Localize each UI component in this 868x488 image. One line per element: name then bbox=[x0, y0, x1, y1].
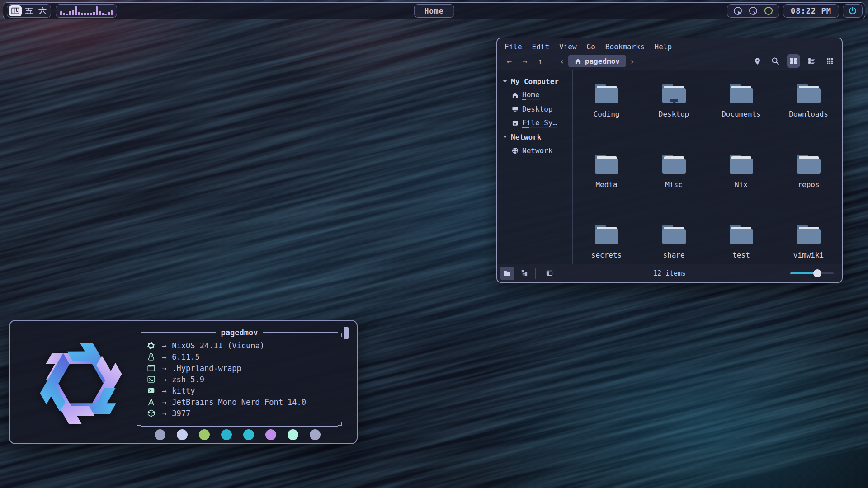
fetch-rows: → NixOS 24.11 (Vicuna) → 6.11.5 bbox=[137, 337, 342, 422]
active-window-module[interactable]: Home bbox=[414, 4, 454, 18]
menu-help[interactable]: Help bbox=[655, 42, 672, 51]
section-label: My Computer bbox=[511, 77, 559, 86]
sidebar-item-desktop[interactable]: Desktop bbox=[502, 102, 572, 116]
visualizer-bar bbox=[111, 10, 113, 15]
arrow-icon: → bbox=[162, 352, 166, 361]
frame-line bbox=[263, 332, 338, 333]
disk-usage-icon bbox=[733, 6, 743, 16]
system-usage-module bbox=[727, 4, 779, 18]
visualizer-bar bbox=[99, 11, 101, 15]
menu-file[interactable]: File bbox=[505, 42, 522, 51]
frame-corner bbox=[137, 333, 141, 337]
power-button[interactable] bbox=[843, 4, 863, 18]
font-icon bbox=[146, 398, 156, 406]
item-count-label: 12 items bbox=[653, 269, 686, 277]
arrow-icon: → bbox=[162, 386, 166, 395]
crumb-prev-button[interactable]: ‹ bbox=[557, 56, 567, 66]
fetch-row-packages: → 3977 bbox=[146, 408, 342, 419]
shell-prompt-icon bbox=[146, 375, 156, 384]
toolbar-right bbox=[750, 54, 836, 68]
search-button[interactable] bbox=[769, 54, 782, 68]
palette-color-dot bbox=[177, 429, 188, 440]
zoom-slider[interactable] bbox=[790, 269, 834, 277]
palette-color-dot bbox=[243, 429, 254, 440]
toggle-panel-button[interactable] bbox=[542, 267, 557, 280]
side-panel-icon bbox=[546, 270, 553, 277]
location-button[interactable] bbox=[750, 54, 764, 68]
visualizer-bar bbox=[60, 11, 62, 15]
grid-view-icon bbox=[790, 57, 797, 65]
package-cube-icon bbox=[146, 409, 156, 418]
menu-edit[interactable]: Edit bbox=[532, 42, 550, 51]
folder-item-documents[interactable]: Documents bbox=[708, 75, 775, 146]
palette-color-dot bbox=[310, 429, 321, 440]
thumbnail-view-button[interactable] bbox=[823, 54, 836, 68]
sidebar-item-network[interactable]: Network bbox=[502, 144, 572, 158]
folder-icon bbox=[727, 82, 756, 105]
clock-module[interactable]: 08:22 PM bbox=[783, 4, 839, 18]
folder-item-coding[interactable]: Coding bbox=[573, 75, 640, 146]
globe-icon bbox=[512, 147, 519, 154]
frame-line bbox=[141, 426, 338, 427]
folder-item-media[interactable]: Media bbox=[573, 146, 640, 216]
visualizer-bar bbox=[102, 13, 104, 15]
collapse-triangle-icon bbox=[503, 136, 507, 138]
arrow-icon: → bbox=[162, 398, 166, 407]
sidebar-item-home[interactable]: Home bbox=[502, 88, 572, 102]
show-tree-button[interactable] bbox=[517, 267, 532, 280]
tux-icon bbox=[146, 352, 156, 361]
sidebar-item-label: Network bbox=[522, 146, 552, 155]
folder-icon bbox=[660, 82, 689, 105]
up-button[interactable]: ↑ bbox=[533, 55, 547, 67]
forward-button[interactable]: → bbox=[518, 55, 532, 67]
visualizer-bar bbox=[90, 13, 92, 15]
terminal-window[interactable]: pagedmov → NixOS 24.11 (Vicuna) bbox=[9, 320, 358, 444]
folder-name: Documents bbox=[722, 110, 761, 118]
fetch-row-wm: → .Hyprland-wrapp bbox=[146, 362, 342, 374]
menu-go[interactable]: Go bbox=[587, 42, 595, 51]
file-manager-body: My Computer Home Desktop bbox=[497, 70, 842, 264]
fetch-row-kernel: → 6.11.5 bbox=[146, 351, 342, 362]
menu-bookmarks[interactable]: Bookmarks bbox=[605, 42, 645, 51]
folder-view[interactable]: CodingDesktopDocumentsDownloadsMediaMisc… bbox=[573, 70, 842, 264]
arrow-icon: → bbox=[162, 409, 166, 418]
workspace-4-button[interactable] bbox=[9, 5, 22, 16]
workspace-switcher bbox=[7, 4, 51, 18]
palette-color-dot bbox=[155, 429, 165, 440]
folder-name: vimwiki bbox=[793, 251, 824, 259]
folder-icon bbox=[660, 223, 689, 246]
icon-view-button[interactable] bbox=[787, 54, 800, 68]
fetch-value: zsh 5.9 bbox=[172, 375, 204, 384]
sidebar-item-filesystem[interactable]: File Sy… bbox=[502, 116, 572, 130]
path-chip-home[interactable]: pagedmov bbox=[568, 55, 626, 67]
home-icon bbox=[575, 58, 581, 65]
back-button[interactable]: ← bbox=[503, 55, 516, 67]
places-sidebar: My Computer Home Desktop bbox=[497, 70, 573, 264]
folder-item-desktop[interactable]: Desktop bbox=[640, 75, 708, 146]
workspace-5-button[interactable] bbox=[23, 5, 35, 16]
show-places-button[interactable] bbox=[500, 267, 514, 280]
fetch-value: kitty bbox=[172, 386, 195, 395]
folder-name: Downloads bbox=[789, 110, 828, 118]
menu-view[interactable]: View bbox=[559, 42, 577, 51]
zoom-slider-handle[interactable] bbox=[813, 269, 821, 277]
frame-corner bbox=[338, 422, 342, 426]
compact-view-button[interactable] bbox=[805, 54, 818, 68]
workspace-6-button[interactable] bbox=[36, 5, 49, 16]
desktop: Home 08:22 PM bbox=[0, 0, 868, 488]
folder-item-nix[interactable]: Nix bbox=[708, 146, 775, 216]
sidebar-section-network[interactable]: Network bbox=[502, 130, 572, 144]
fetch-row-terminal: → kitty bbox=[146, 385, 342, 396]
power-icon bbox=[848, 6, 858, 16]
folder-item-repos[interactable]: repos bbox=[775, 146, 842, 216]
sidebar-item-label: File Sy… bbox=[522, 118, 557, 128]
visualizer-bars bbox=[60, 6, 113, 15]
active-window-label: Home bbox=[425, 7, 444, 15]
folder-item-misc[interactable]: Misc bbox=[640, 146, 708, 216]
visualizer-bar bbox=[93, 12, 95, 15]
crumb-next-button[interactable]: › bbox=[627, 56, 637, 66]
folder-icon bbox=[592, 223, 621, 246]
fetch-value: JetBrains Mono Nerd Font 14.0 bbox=[172, 398, 306, 407]
sidebar-section-my-computer[interactable]: My Computer bbox=[502, 75, 572, 88]
folder-item-downloads[interactable]: Downloads bbox=[775, 75, 842, 146]
